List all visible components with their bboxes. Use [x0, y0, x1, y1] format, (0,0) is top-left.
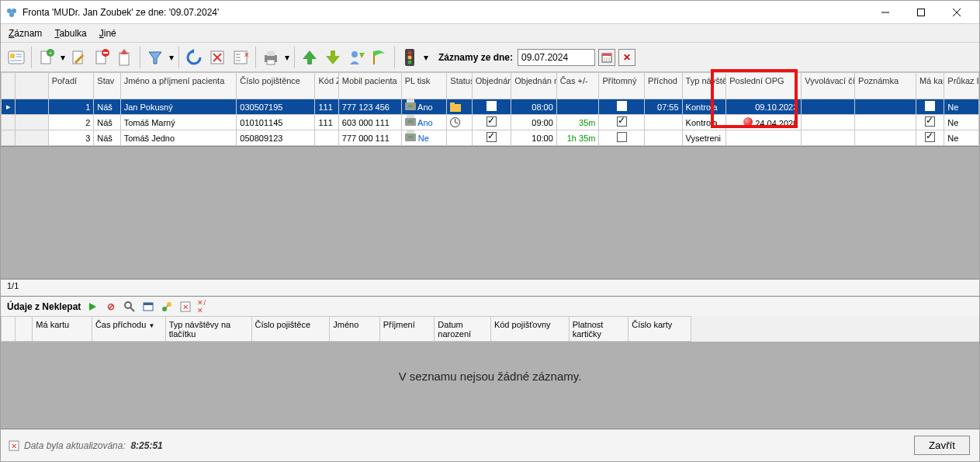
new-doc-dropdown[interactable]: ▾: [59, 52, 66, 63]
table-row[interactable]: 3NášTomáš Jedno050809123777 000 111 Ne10…: [2, 130, 979, 146]
col-pozn[interactable]: Poznámka: [855, 73, 916, 99]
col2-prijmeni[interactable]: Příjmení: [379, 317, 435, 342]
calendar-button[interactable]: [598, 49, 615, 66]
statusbar: ✕ Data byla aktualizována: 8:25:51 Zavří…: [1, 429, 979, 461]
print-icon[interactable]: [260, 47, 282, 68]
col2-narozeni[interactable]: Datum narození: [435, 317, 491, 342]
svg-rect-34: [267, 60, 275, 64]
arrow-down-icon[interactable]: [322, 47, 344, 68]
window-icon[interactable]: [141, 300, 155, 314]
svg-text:+: +: [49, 50, 53, 57]
table-row[interactable]: 2NášTomáš Marný010101145111603 000 111 A…: [2, 115, 979, 130]
up-doc-icon[interactable]: [114, 47, 136, 68]
link-icon[interactable]: [160, 300, 174, 314]
col2-cas[interactable]: Čas příchodu ▼: [92, 317, 165, 342]
svg-rect-49: [450, 102, 455, 106]
close-button[interactable]: Zavřít: [914, 436, 970, 455]
cell-karta[interactable]: [916, 99, 944, 115]
cell-jmeno: Tomáš Marný: [120, 115, 237, 130]
col-kod-zp[interactable]: Kód ZP: [315, 73, 338, 99]
cell-opg: 09.10.2023: [726, 99, 802, 115]
refresh-icon[interactable]: [183, 47, 205, 68]
table-row[interactable]: ▸1NášJan Pokusný030507195111777 123 456 …: [2, 99, 979, 115]
col-poradi[interactable]: Pořadí: [48, 73, 94, 99]
clear-list-icon[interactable]: ✕/✕: [197, 300, 211, 314]
print-icon: [405, 134, 416, 141]
print-dropdown[interactable]: ▾: [283, 52, 290, 63]
date-input[interactable]: [518, 49, 595, 66]
cell-typ: Kontrola: [682, 115, 726, 130]
col-cas[interactable]: Čas +/-: [556, 73, 599, 99]
col2-cislo-poj[interactable]: Číslo pojištěce: [251, 317, 330, 342]
uncheck-icon[interactable]: ✕: [178, 300, 192, 314]
filter-icon[interactable]: [144, 47, 166, 68]
traffic-light-icon[interactable]: [399, 47, 421, 68]
cell-pl-tisk[interactable]: Ano: [401, 115, 447, 130]
col-objednan-na[interactable]: Objednán na: [511, 73, 557, 99]
traffic-light-dropdown[interactable]: ▾: [422, 52, 429, 63]
cell-opg: [726, 130, 802, 146]
menu-zaznam[interactable]: Záznam: [9, 28, 42, 39]
col-prichod[interactable]: Příchod: [645, 73, 683, 99]
col-mobil[interactable]: Mobil pacienta: [338, 73, 401, 99]
lower-panel-header: Údaje z Neklepat ⊘ ✕ ✕/✕: [1, 296, 979, 316]
maximize-button[interactable]: [903, 1, 939, 24]
col2-jmeno[interactable]: Jméno: [330, 317, 380, 342]
close-window-button[interactable]: [939, 1, 975, 24]
delete-doc-icon[interactable]: [91, 47, 113, 68]
col-pritomny[interactable]: Přítomný: [599, 73, 645, 99]
svg-point-54: [125, 302, 131, 308]
table-header-row: Pořadí Stav Jméno a příjmení pacienta Čí…: [2, 73, 979, 99]
edit-doc-icon[interactable]: [68, 47, 89, 68]
user-export-icon[interactable]: [345, 47, 367, 68]
col2-kod[interactable]: Kód pojišťovny: [490, 317, 569, 342]
cell-objednan[interactable]: [472, 130, 511, 146]
menu-tabulka[interactable]: Tabulka: [54, 28, 86, 39]
col-stav[interactable]: Stav: [94, 73, 120, 99]
col2-typ[interactable]: Typ návštěvy na tlačítku: [165, 317, 251, 342]
svg-point-37: [351, 51, 358, 57]
card-icon[interactable]: [5, 47, 27, 68]
cell-objednan[interactable]: [472, 115, 511, 130]
cell-pl-tisk[interactable]: Ano: [401, 99, 447, 115]
uncheck-list-icon[interactable]: ✕: [230, 47, 251, 68]
zoom-icon[interactable]: [123, 300, 137, 314]
cell-pritomny[interactable]: [599, 130, 645, 146]
menu-jine[interactable]: Jiné: [99, 28, 116, 39]
col-status[interactable]: Status: [447, 73, 472, 99]
clear-date-button[interactable]: ✕: [618, 49, 635, 66]
col-pl-tisk[interactable]: PL tisk: [401, 73, 447, 99]
svg-rect-20: [119, 53, 129, 65]
cell-opg: 24.04.2020: [726, 115, 802, 130]
col2-karta[interactable]: Má kartu: [33, 317, 92, 342]
flag-icon[interactable]: [369, 47, 390, 68]
stop-icon[interactable]: ⊘: [104, 300, 118, 314]
col2-cislo-karty[interactable]: Číslo karty: [629, 317, 691, 342]
cell-pritomny[interactable]: [599, 99, 645, 115]
new-doc-icon[interactable]: +: [36, 47, 57, 68]
minimize-button[interactable]: [867, 1, 903, 24]
cell-objednan[interactable]: [472, 99, 511, 115]
play-icon[interactable]: [85, 300, 99, 314]
cell-pozn: [855, 115, 916, 130]
cell-karta[interactable]: [916, 130, 944, 146]
uncheck-all-icon[interactable]: [206, 47, 228, 68]
filter-dropdown[interactable]: ▾: [168, 52, 175, 63]
arrow-up-icon[interactable]: [299, 47, 320, 68]
cell-mobil: 603 000 111: [338, 115, 401, 130]
cell-karta[interactable]: [916, 115, 944, 130]
cell-objednan-na: 10:00: [511, 130, 557, 146]
col-vyvol[interactable]: Vyvolávací číslo: [802, 73, 855, 99]
cell-pritomny[interactable]: [599, 115, 645, 130]
col2-platnost[interactable]: Platnost kartičky: [569, 317, 629, 342]
col-prukaz[interactable]: Průkaz Info: [944, 73, 979, 99]
cell-pl-tisk[interactable]: Ne: [401, 130, 447, 146]
svg-marker-36: [326, 50, 340, 64]
col-jmeno[interactable]: Jméno a příjmení pacienta: [120, 73, 237, 99]
col-opg[interactable]: Poslední OPG: [726, 73, 802, 99]
col-typ[interactable]: Typ návštěvy: [682, 73, 726, 99]
col-objednan[interactable]: Objednán: [472, 73, 511, 99]
col-cislo-poj[interactable]: Číslo pojištěnce: [237, 73, 315, 99]
cell-mobil: 777 123 456: [338, 99, 401, 115]
col-karta[interactable]: Má kartu: [916, 73, 944, 99]
